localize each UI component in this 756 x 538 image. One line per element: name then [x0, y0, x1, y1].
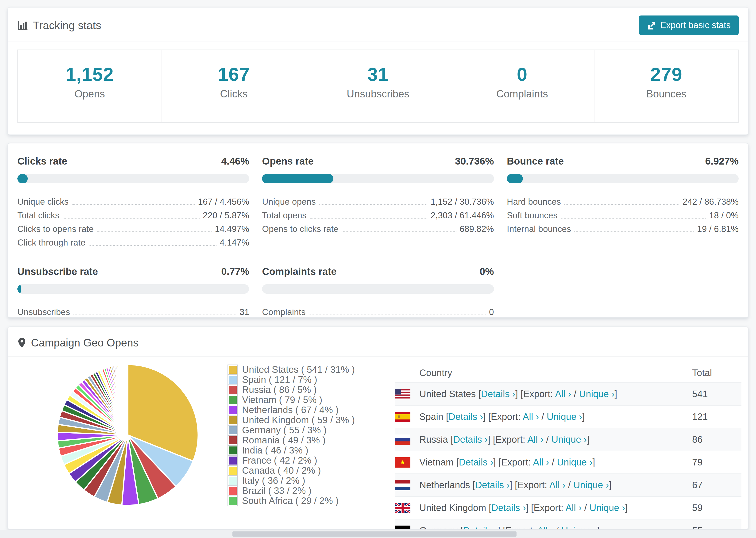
export-unique-link[interactable]: Unique ›	[573, 480, 609, 490]
horizontal-scrollbar-thumb[interactable]	[233, 531, 516, 537]
export-unique-link[interactable]: Unique ›	[561, 525, 597, 529]
stat-value: 2,303 / 61.446%	[431, 211, 494, 220]
legend-swatch	[228, 445, 238, 456]
rate-stat-row: Hard bounces242 / 86.738%	[507, 193, 739, 207]
stat-label: Clicks to opens rate	[17, 224, 94, 234]
legend-item: United States ( 541 / 31% )	[228, 364, 339, 375]
stat-value: 1,152 / 30.736%	[431, 197, 494, 207]
export-unique-link[interactable]: Unique ›	[551, 434, 587, 445]
dotted-leader	[72, 204, 195, 205]
dotted-leader	[97, 232, 212, 232]
legend-label: Spain ( 121 / 7% )	[242, 374, 317, 385]
page-title: Tracking stats	[33, 19, 101, 32]
vn-flag-icon	[395, 457, 410, 467]
stat-label: Total opens	[262, 211, 306, 220]
stat-value: 14.497%	[215, 224, 249, 234]
stat-label: Complaints	[262, 307, 305, 317]
export-all-link[interactable]: All ›	[555, 389, 571, 399]
progress-fill	[262, 174, 333, 183]
details-link[interactable]: Details ›	[453, 434, 488, 445]
total-cell: 541	[692, 389, 741, 399]
stat-value: 0	[489, 307, 494, 317]
dotted-leader	[89, 245, 216, 246]
stat-label: Internal bounces	[507, 224, 571, 234]
dotted-leader	[319, 204, 427, 205]
export-unique-link[interactable]: Unique ›	[557, 457, 592, 467]
clicks-count: 167	[162, 64, 306, 85]
stat-value: 18 / 0%	[709, 211, 739, 220]
legend-label: South Africa ( 29 / 2% )	[242, 496, 339, 506]
rate-stat-row: Total opens2,303 / 61.446%	[262, 207, 494, 220]
export-unique-link[interactable]: Unique ›	[579, 389, 615, 399]
opens-rate-section: Opens rate30.736% Unique opens1,152 / 30…	[262, 156, 494, 248]
details-link[interactable]: Details ›	[449, 411, 483, 422]
gb-flag-icon	[395, 503, 410, 513]
export-unique-link[interactable]: Unique ›	[547, 411, 582, 422]
stat-label: Total clicks	[17, 211, 59, 220]
complaints-rate-progress-bar	[262, 284, 494, 294]
details-link[interactable]: Details ›	[475, 480, 510, 490]
export-all-link[interactable]: All ›	[537, 525, 553, 529]
stat-value: 242 / 86.738%	[682, 197, 739, 207]
unsubscribe-rate-progress-bar	[17, 284, 249, 294]
legend-swatch	[228, 395, 238, 405]
legend-swatch	[228, 425, 238, 435]
rate-stat-row: Internal bounces19 / 6.81%	[507, 220, 739, 234]
total-cell: 67	[692, 480, 741, 490]
unsubscribe-rate-section: Unsubscribe rate0.77% Unsubscribes31	[17, 266, 249, 317]
summary-bounces: 279 Bounces	[594, 50, 738, 122]
legend-label: United States ( 541 / 31% )	[242, 364, 355, 375]
legend-label: Netherlands ( 67 / 4% )	[242, 405, 339, 415]
progress-fill	[17, 174, 28, 183]
stat-label: Opens to clicks rate	[262, 224, 338, 234]
legend-item: Canada ( 40 / 2% )	[228, 465, 339, 476]
bounce-rate-value: 6.927%	[705, 156, 739, 167]
legend-item: Germany ( 55 / 3% )	[228, 425, 339, 435]
country-cell: Vietnam [Details ›] [Export: All › / Uni…	[419, 457, 692, 467]
complaints-rate-value: 0%	[480, 266, 494, 277]
details-link[interactable]: Details ›	[481, 389, 515, 399]
stat-label: Unsubscribes	[17, 307, 70, 317]
summary-unsubscribes: 31 Unsubscribes	[306, 50, 450, 122]
export-all-link[interactable]: All ›	[527, 434, 544, 445]
progress-fill	[17, 284, 21, 294]
geo-table-header: Country Total	[395, 363, 741, 382]
legend-label: Romania ( 49 / 3% )	[242, 435, 326, 446]
legend-item: Spain ( 121 / 7% )	[228, 375, 339, 385]
details-link[interactable]: Details ›	[463, 525, 498, 529]
export-all-link[interactable]: All ›	[566, 503, 582, 513]
legend-swatch	[228, 435, 238, 446]
table-row: United States [Details ›] [Export: All ›…	[395, 382, 741, 405]
legend-label: Russia ( 86 / 5% )	[242, 385, 317, 395]
horizontal-scrollbar-track[interactable]	[0, 530, 756, 538]
table-row: United Kingdom [Details ›] [Export: All …	[395, 496, 741, 519]
legend-swatch	[228, 375, 238, 385]
export-basic-stats-button[interactable]: Export basic stats	[639, 16, 739, 35]
dotted-leader	[561, 218, 706, 219]
nl-flag-icon	[395, 480, 410, 490]
pie-legend: United States ( 541 / 31% )Spain ( 121 /…	[228, 362, 339, 529]
rate-stat-row: Complaints0	[262, 303, 494, 317]
export-unique-link[interactable]: Unique ›	[590, 503, 625, 513]
dotted-leader	[309, 314, 486, 315]
table-row: Netherlands [Details ›] [Export: All › /…	[395, 473, 741, 496]
legend-swatch	[228, 385, 238, 395]
legend-label: United Kingdom ( 59 / 3% )	[242, 415, 355, 425]
table-row: Spain [Details ›] [Export: All › / Uniqu…	[395, 405, 741, 428]
total-cell: 79	[692, 457, 741, 467]
export-all-link[interactable]: All ›	[523, 411, 539, 422]
tracking-stats-header: Tracking stats Export basic stats	[8, 14, 748, 42]
legend-item: France ( 42 / 2% )	[228, 456, 339, 465]
details-link[interactable]: Details ›	[459, 457, 493, 467]
stat-label: Unique clicks	[17, 197, 69, 207]
stat-label: Hard bounces	[507, 197, 561, 207]
summary-clicks: 167 Clicks	[162, 50, 306, 122]
dotted-leader	[73, 314, 236, 315]
details-link[interactable]: Details ›	[491, 503, 526, 513]
export-all-link[interactable]: All ›	[549, 480, 566, 490]
export-all-link[interactable]: All ›	[533, 457, 549, 467]
legend-item: United Kingdom ( 59 / 3% )	[228, 415, 339, 425]
legend-label: Vietnam ( 79 / 5% )	[242, 395, 322, 405]
es-flag-icon	[395, 412, 410, 422]
legend-label: India ( 46 / 3% )	[242, 445, 308, 456]
